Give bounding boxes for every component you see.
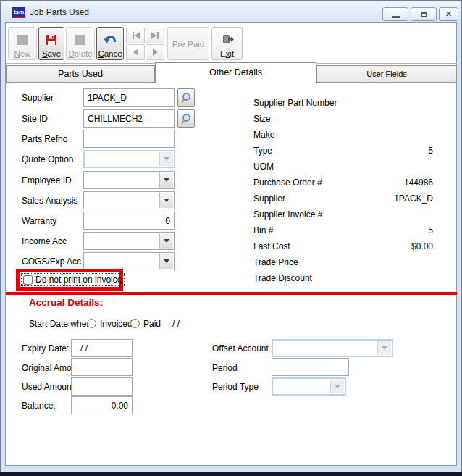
tab-parts-used[interactable]: Parts Used	[6, 65, 155, 83]
do-not-print-focus-rect: Do not print on invoice	[21, 273, 125, 286]
supplier-input[interactable]	[83, 88, 175, 107]
pre-paid-button-label: Pre Paid	[172, 30, 204, 58]
next-record-icon	[153, 49, 158, 56]
detail-label: Make	[253, 130, 274, 140]
delete-button-label: Delete	[68, 49, 92, 58]
employee-id-select[interactable]	[83, 171, 175, 189]
period-type-select	[272, 377, 346, 396]
detail-label: Size	[253, 114, 270, 124]
warranty-label: Warranty	[22, 216, 56, 226]
titlebar[interactable]: tsm Job Parts Used ✕	[1, 1, 461, 22]
detail-label: Bin #	[253, 225, 273, 235]
detail-label: Supplier Invoice #	[253, 209, 322, 220]
detail-value: 5	[428, 225, 433, 235]
chevron-down-icon[interactable]	[159, 233, 173, 249]
minimize-button[interactable]	[382, 7, 408, 21]
expiry-date-label: Expiry Date:	[22, 343, 69, 354]
first-record-icon	[133, 32, 134, 39]
job-parts-used-window: tsm Job Parts Used ✕ New Save Delete Can…	[0, 0, 462, 476]
last-record-icon	[151, 32, 156, 39]
save-icon	[46, 30, 57, 49]
chevron-down-icon[interactable]	[159, 193, 173, 208]
site-id-lookup-button[interactable]	[177, 109, 195, 128]
chevron-down-icon	[377, 341, 391, 355]
delete-button: Delete	[66, 27, 95, 60]
invoiced-radio-label: Invoiced	[100, 319, 133, 329]
detail-value: 5	[428, 146, 433, 156]
sales-analysis-select[interactable]	[83, 191, 175, 209]
quote-option-label: Quote Option	[22, 154, 73, 164]
previous-record-icon	[133, 49, 138, 56]
delete-icon	[75, 30, 85, 49]
accrual-details-heading: Accrual Details:	[29, 297, 103, 308]
save-button-label: Save	[42, 49, 61, 58]
tab-other-details[interactable]: Other Details	[155, 62, 316, 83]
exit-button[interactable]: Exit	[211, 27, 243, 60]
paid-radio[interactable]	[130, 319, 140, 328]
cogs-exp-acc-label: COGS/Exp Acc	[22, 256, 81, 267]
employee-id-label: Employee ID	[22, 175, 72, 185]
parts-refno-input[interactable]	[83, 130, 175, 148]
warranty-input[interactable]	[83, 212, 175, 230]
balance-input[interactable]	[71, 396, 133, 414]
exit-icon	[221, 30, 234, 49]
supplier-lookup-button[interactable]	[177, 88, 195, 107]
offset-account-label: Offset Account	[212, 343, 269, 354]
detail-value: $0.00	[411, 241, 433, 251]
save-button[interactable]: Save	[38, 27, 64, 60]
chevron-down-icon	[330, 380, 344, 393]
offset-account-select	[272, 339, 393, 357]
tsm-app-icon: tsm	[12, 7, 25, 18]
new-button: New	[8, 27, 37, 60]
chevron-down-icon	[159, 152, 173, 166]
used-amount-input[interactable]	[71, 377, 133, 396]
cancel-button[interactable]: Cance	[96, 27, 124, 60]
start-date-when-label: Start Date when:	[29, 319, 93, 329]
detail-label: Trade Discount	[253, 273, 312, 283]
first-record-button	[126, 28, 145, 43]
chevron-down-icon[interactable]	[159, 254, 173, 269]
expiry-date-input[interactable]	[71, 339, 133, 357]
chevron-down-icon[interactable]	[159, 172, 173, 188]
maximize-button[interactable]	[411, 7, 437, 21]
period-type-label: Period Type	[212, 382, 259, 392]
quote-option-select	[83, 150, 175, 168]
exit-button-label: Exit	[220, 49, 234, 58]
red-divider-line	[6, 292, 457, 295]
used-amount-label: Used Amount:	[22, 382, 76, 392]
detail-label: Supplier Part Number	[253, 98, 337, 108]
invoiced-radio[interactable]	[87, 319, 96, 328]
magnifier-icon	[180, 92, 192, 104]
window-bottom-edge	[0, 472, 462, 476]
detail-label: UOM	[253, 162, 274, 172]
period-input[interactable]	[272, 358, 349, 376]
close-icon: ✕	[445, 10, 452, 18]
do-not-print-label: Do not print on invoice	[35, 275, 122, 285]
cogs-exp-acc-select[interactable]	[83, 252, 175, 270]
site-id-input[interactable]	[83, 109, 175, 128]
detail-value: 1PACK_D	[394, 193, 433, 204]
tab-user-fields[interactable]: User Fields	[316, 65, 457, 83]
original-amount-input[interactable]	[71, 358, 133, 376]
last-record-button	[146, 28, 164, 43]
detail-label: Supplier	[253, 193, 285, 204]
detail-label: Purchase Order #	[253, 178, 322, 188]
magnifier-icon	[180, 113, 192, 125]
previous-record-button	[126, 44, 145, 60]
pre-paid-button: Pre Paid	[167, 27, 209, 60]
do-not-print-checkbox[interactable]	[23, 275, 33, 285]
new-icon	[17, 30, 28, 49]
cancel-button-label: Cance	[98, 49, 122, 58]
close-button[interactable]: ✕	[439, 7, 458, 21]
income-acc-label: Income Acc	[22, 236, 67, 246]
detail-value: 144986	[404, 178, 433, 188]
parts-refno-label: Parts Refno	[22, 134, 67, 144]
detail-label: Type	[253, 146, 272, 156]
undo-arrow-icon	[104, 30, 117, 49]
period-label: Period	[212, 363, 238, 373]
maximize-icon	[421, 12, 427, 17]
detail-label: Last Cost	[253, 241, 290, 251]
annotation-highlight-box: Do not print on invoice	[16, 269, 123, 291]
window-title: Job Parts Used	[30, 7, 89, 17]
income-acc-select[interactable]	[83, 232, 175, 250]
